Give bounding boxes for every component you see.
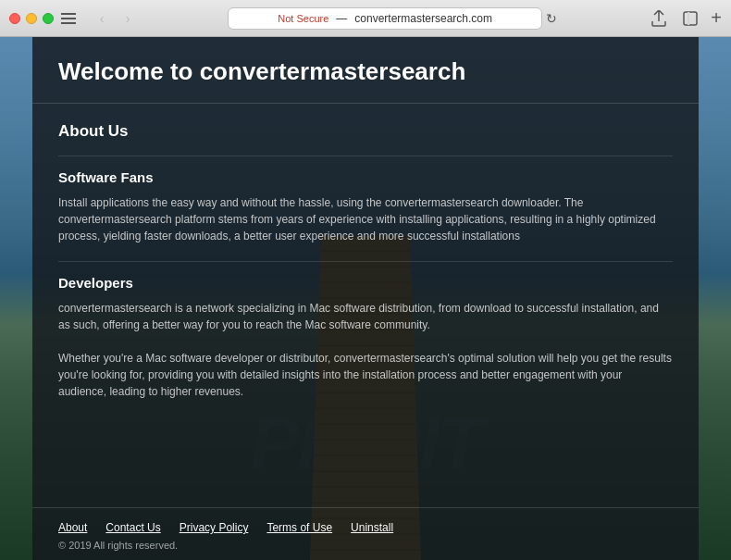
address-bar-container: Not Secure — convertermastersearch.com ↻ — [148, 7, 637, 30]
content-area: About Us Software Fans Install applicati… — [32, 104, 699, 507]
add-tab-button[interactable]: + — [711, 7, 722, 29]
footer-link-about[interactable]: About — [58, 521, 87, 534]
reload-button[interactable]: ↻ — [546, 11, 557, 26]
webpage: PIRRIT Welcome to convertermastersearch … — [0, 37, 731, 560]
footer-link-uninstall[interactable]: Uninstall — [351, 521, 393, 534]
svg-rect-2 — [61, 22, 76, 24]
section-divider-2 — [58, 261, 673, 262]
site-title: Welcome to convertermastersearch — [58, 57, 673, 86]
developers-text-2: Whether you're a Mac software developer … — [58, 350, 673, 400]
software-fans-text: Install applications the easy way and wi… — [58, 194, 673, 244]
developers-heading: Developers — [58, 275, 673, 291]
share-button[interactable] — [646, 6, 672, 31]
traffic-lights — [9, 13, 54, 24]
footer-link-terms[interactable]: Terms of Use — [266, 521, 332, 534]
back-button[interactable]: ‹ — [91, 7, 113, 30]
software-fans-heading: Software Fans — [58, 169, 673, 185]
browser-chrome: ‹ › Not Secure — convertermastersearch.c… — [0, 0, 731, 37]
developers-text-1: convertermastersearch is a network speci… — [58, 300, 673, 333]
url-text: convertermastersearch.com — [354, 12, 492, 25]
footer-links: About Contact Us Privacy Policy Terms of… — [58, 521, 673, 534]
footer-link-privacy[interactable]: Privacy Policy — [180, 521, 249, 534]
forward-button[interactable]: › — [117, 7, 139, 30]
address-separator: — — [336, 12, 347, 25]
maximize-button[interactable] — [43, 13, 54, 24]
svg-rect-0 — [61, 13, 76, 15]
close-button[interactable] — [9, 13, 20, 24]
security-label: Not Secure — [278, 13, 328, 24]
sidebar-toggle-button[interactable] — [57, 7, 80, 30]
browser-actions: + — [646, 6, 722, 31]
main-content: Welcome to convertermastersearch About U… — [32, 37, 699, 560]
nav-buttons: ‹ › — [91, 7, 139, 30]
svg-rect-1 — [61, 18, 76, 19]
svg-rect-3 — [684, 12, 697, 25]
site-footer: About Contact Us Privacy Policy Terms of… — [32, 507, 699, 560]
section-divider-1 — [58, 156, 673, 156]
minimize-button[interactable] — [26, 13, 37, 24]
new-tab-button[interactable] — [677, 6, 703, 31]
about-heading: About Us — [58, 122, 673, 141]
svg-rect-4 — [688, 12, 689, 25]
footer-copyright: © 2019 All rights reserved. — [58, 540, 673, 551]
site-header: Welcome to convertermastersearch — [32, 37, 699, 104]
address-bar[interactable]: Not Secure — convertermastersearch.com — [228, 7, 542, 30]
footer-link-contact[interactable]: Contact Us — [105, 521, 160, 534]
